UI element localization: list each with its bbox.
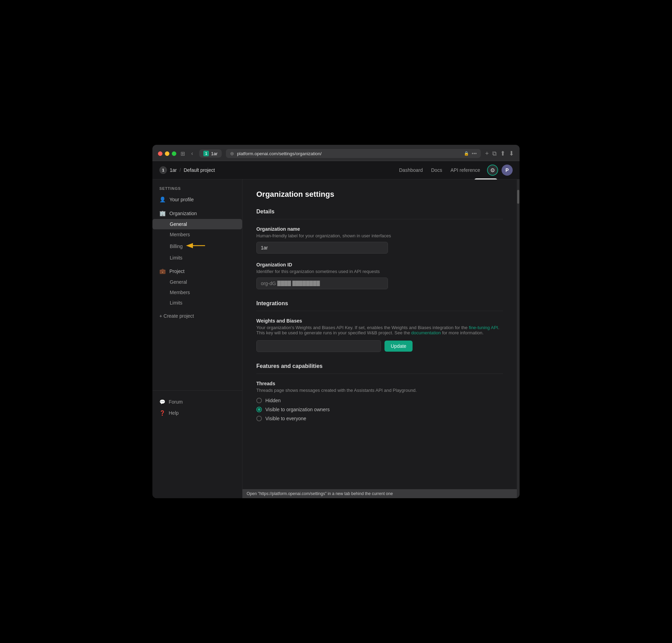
wb-desc-end: for more information. xyxy=(441,330,484,335)
radio-visible-owners xyxy=(256,407,262,412)
share-button[interactable]: ⬆ xyxy=(500,150,505,157)
tab-label: 1ar xyxy=(211,151,218,156)
nav-api-reference[interactable]: API reference xyxy=(450,167,480,173)
threads-description: Threads page shows messages created with… xyxy=(256,388,503,393)
details-section: Details Organization name Human-friendly… xyxy=(256,209,503,289)
sidebar-group-profile: 👤 Your profile xyxy=(152,194,242,205)
project-icon: 💼 xyxy=(159,268,166,274)
close-button-traffic[interactable] xyxy=(158,151,162,156)
download-button[interactable]: ⬇ xyxy=(509,150,514,157)
integrations-section: Integrations Weights and Biases Your org… xyxy=(256,300,503,352)
sidebar-group-project: 💼 Project General Members Limits xyxy=(152,266,242,308)
sidebar-section-label: SETTINGS xyxy=(152,186,242,194)
features-section: Features and capabilities Threads Thread… xyxy=(256,363,503,421)
nav-docs[interactable]: Docs xyxy=(431,167,442,173)
content-wrapper: Organization settings Details Organizati… xyxy=(242,179,517,498)
sidebar-item-members[interactable]: Members xyxy=(152,229,242,240)
org-name-label: Organization name xyxy=(256,226,503,232)
sidebar-limits-label: Limits xyxy=(170,255,183,261)
new-tab-button[interactable]: + xyxy=(485,150,489,157)
threads-radio-group: Hidden Visible to organization owners Vi… xyxy=(256,398,503,421)
sidebar-toggle-icon[interactable]: ⊞ xyxy=(180,150,185,157)
org-id-input xyxy=(256,278,388,289)
radio-hidden-label: Hidden xyxy=(265,398,281,403)
threads-label: Threads xyxy=(256,381,503,386)
traffic-lights xyxy=(158,151,176,156)
page-title: Organization settings xyxy=(256,190,503,199)
sidebar-item-limits[interactable]: Limits xyxy=(152,253,242,263)
copy-tab-button[interactable]: ⧉ xyxy=(492,150,497,157)
weights-biases-block: Weights and Biases Your organization's W… xyxy=(256,318,503,352)
threads-option-visible-everyone[interactable]: Visible to everyone xyxy=(256,416,503,421)
sidebar-members-label: Members xyxy=(170,232,190,237)
weights-biases-label: Weights and Biases xyxy=(256,318,503,324)
fine-tuning-link[interactable]: fine-tuning API xyxy=(469,325,498,330)
weights-biases-description: Your organization's Weights and Biases A… xyxy=(256,325,503,335)
app-header: 1 1ar / Default project Dashboard Docs A… xyxy=(152,161,520,179)
radio-hidden xyxy=(256,398,262,403)
forum-icon: 💬 xyxy=(159,399,165,405)
update-button[interactable]: Update xyxy=(384,341,413,352)
create-project-label: + Create project xyxy=(159,313,194,319)
minimize-button-traffic[interactable] xyxy=(165,151,169,156)
billing-arrow-annotation xyxy=(186,242,207,250)
sidebar-item-project-general[interactable]: General xyxy=(152,277,242,287)
address-bar[interactable]: ⊕ platform.openai.com/settings/organizat… xyxy=(226,149,481,158)
browser-chrome: ⊞ ‹ 1 1ar ⊕ platform.openai.com/settings… xyxy=(152,145,520,161)
settings-button[interactable]: ⚙ Settings xyxy=(487,165,498,176)
profile-icon: 👤 xyxy=(159,196,166,203)
threads-block: Threads Threads page shows messages crea… xyxy=(256,381,503,421)
details-section-title: Details xyxy=(256,209,503,219)
sidebar-project-label: Project xyxy=(169,268,185,274)
breadcrumb: 1 1ar / Default project xyxy=(159,166,399,174)
sidebar-project-members-label: Members xyxy=(170,290,190,295)
sidebar-footer: 💬 Forum ❓ Help xyxy=(152,390,242,419)
browser-actions: + ⧉ ⬆ ⬇ xyxy=(485,150,514,157)
project-name[interactable]: Default project xyxy=(184,167,215,173)
back-button[interactable]: ‹ xyxy=(189,150,195,157)
threads-option-hidden[interactable]: Hidden xyxy=(256,398,503,403)
sidebar-item-your-profile[interactable]: 👤 Your profile xyxy=(152,194,242,205)
sidebar-item-project-limits[interactable]: Limits xyxy=(152,298,242,308)
sidebar-billing-label: Billing xyxy=(170,244,183,249)
documentation-link[interactable]: documentation xyxy=(411,330,441,335)
header-nav: Dashboard Docs API reference xyxy=(399,167,480,173)
more-icon[interactable]: ••• xyxy=(472,151,477,156)
avatar-button[interactable]: P xyxy=(502,165,513,176)
sidebar-project-general-label: General xyxy=(170,279,187,285)
sidebar-org-label: Organization xyxy=(169,211,197,216)
radio-visible-everyone xyxy=(256,416,262,421)
sidebar-item-billing[interactable]: Billing xyxy=(152,240,242,253)
sidebar-item-general[interactable]: General xyxy=(152,219,242,229)
features-section-title: Features and capabilities xyxy=(256,363,503,374)
sidebar: SETTINGS 👤 Your profile 🏢 Organization G… xyxy=(152,179,242,498)
radio-visible-owners-label: Visible to organization owners xyxy=(265,407,330,412)
org-name-description: Human-friendly label for your organizati… xyxy=(256,233,503,238)
wb-input-row: Update xyxy=(256,340,503,352)
sidebar-item-help[interactable]: ❓ Help xyxy=(152,407,242,419)
sidebar-item-forum[interactable]: 💬 Forum xyxy=(152,396,242,407)
wb-api-key-input[interactable] xyxy=(256,340,381,352)
org-name[interactable]: 1ar xyxy=(170,167,177,173)
header-actions: ⚙ Settings P xyxy=(487,165,513,176)
sidebar-profile-label: Your profile xyxy=(169,197,194,202)
bottom-tooltip-bar: Open "https://platform.openai.com/settin… xyxy=(242,489,517,498)
sidebar-item-project-members[interactable]: Members xyxy=(152,287,242,298)
maximize-button-traffic[interactable] xyxy=(172,151,176,156)
scrollbar-thumb[interactable] xyxy=(517,190,519,204)
breadcrumb-separator: / xyxy=(179,167,181,173)
openai-icon: ⊕ xyxy=(230,151,234,156)
org-name-input[interactable] xyxy=(256,242,388,254)
org-id-field-group: Organization ID Identifier for this orga… xyxy=(256,262,503,289)
nav-dashboard[interactable]: Dashboard xyxy=(399,167,423,173)
sidebar-project-header[interactable]: 💼 Project xyxy=(152,266,242,277)
help-label: Help xyxy=(169,410,179,416)
main-layout: SETTINGS 👤 Your profile 🏢 Organization G… xyxy=(152,179,520,498)
browser-tab[interactable]: 1 1ar xyxy=(199,149,222,158)
url-text: platform.openai.com/settings/organizatio… xyxy=(237,151,461,156)
sidebar-org-header[interactable]: 🏢 Organization xyxy=(152,208,242,219)
scrollbar[interactable] xyxy=(517,179,520,498)
sidebar-create-project[interactable]: + Create project xyxy=(152,311,242,321)
threads-option-visible-owners[interactable]: Visible to organization owners xyxy=(256,407,503,412)
wb-desc-start: Your organization's Weights and Biases A… xyxy=(256,325,469,330)
